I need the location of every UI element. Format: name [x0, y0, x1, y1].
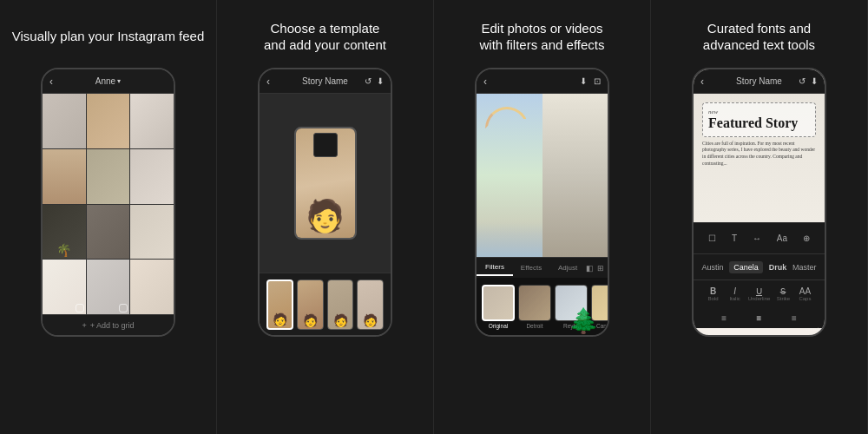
back-arrow-icon: ‹	[483, 76, 487, 88]
panel1-title-line2: Instagram feed	[117, 28, 204, 45]
thumb-face: 🧑	[273, 312, 287, 328]
grid-cell	[43, 149, 86, 204]
photo-right: 🌲	[542, 94, 608, 257]
thumbnail[interactable]: 🧑	[297, 279, 324, 330]
tree-silhouette: 🌲	[569, 306, 599, 335]
phone-mockup-3: ‹ ⬇ ⊡ 🌲 Filters Effects Adjust ◧ ⊞	[475, 68, 609, 337]
color-icon[interactable]: ⊕	[803, 233, 810, 243]
grid-cell	[130, 205, 174, 260]
panel-editor: Edit photos or videos with filters and e…	[434, 0, 651, 434]
filter-detroit[interactable]: Detroit	[518, 285, 551, 329]
caps-label: Caps	[799, 296, 811, 301]
thumbnail[interactable]: 🧑	[357, 279, 384, 330]
italic-group: I Italic	[727, 286, 744, 301]
phone1-header: ‹ Anne ▾	[43, 69, 174, 94]
phone2-story-name: Story Name	[302, 76, 348, 86]
thumb-face: 🧑	[303, 313, 318, 329]
thumbnail[interactable]: 🧑	[327, 279, 354, 330]
caps-group: AA Caps	[796, 286, 813, 301]
font-size-icon[interactable]: Aa	[777, 233, 787, 243]
text-story-name: Story Name	[736, 76, 782, 86]
panel2-title: Choose a template and add your content	[264, 16, 386, 57]
panel4-title-line1: Curated fonts and	[707, 21, 811, 36]
text-toolbar: ☐ T ↔ Aa ⊕	[694, 222, 825, 253]
strike-group: S̶ Strike	[774, 286, 792, 301]
underline-label: Underline	[748, 296, 771, 301]
underline-button[interactable]: U̲	[751, 286, 768, 296]
strike-button[interactable]: S̶	[774, 286, 792, 296]
thumbnail[interactable]: 🧑	[266, 279, 293, 330]
download-icon: ⬇	[811, 76, 818, 86]
layout-icon[interactable]: ☐	[708, 233, 716, 243]
person-emoji: 🧑	[306, 198, 345, 238]
grid-cell	[87, 205, 130, 260]
featured-box: new Featured Story	[702, 102, 816, 137]
story-canvas: 🧑	[260, 94, 391, 273]
download-icon: ⬇	[377, 76, 384, 86]
split-photo: 🌲	[477, 94, 608, 257]
instagram-grid: 🌴	[43, 94, 174, 314]
align-center-button[interactable]: ≡	[757, 313, 762, 323]
font-austin[interactable]: Austin	[701, 263, 723, 272]
align-right-button[interactable]: ≡	[792, 313, 797, 323]
panel2-title-line2: and add your content	[264, 37, 386, 52]
panel3-title: Edit photos or videos with filters and e…	[480, 16, 605, 57]
grid-cell: 🌴	[43, 205, 86, 260]
italic-button[interactable]: I	[727, 286, 744, 296]
grid-cell	[130, 149, 174, 204]
text-header-icons: ↺ ⬇	[799, 76, 818, 86]
filter-tabs: Filters Effects Adjust ◧ ⊞	[477, 257, 608, 278]
panel1-title-line1: Visually plan your	[12, 28, 114, 45]
tab-effects[interactable]: Effects	[513, 260, 549, 275]
align-left-button[interactable]: ≡	[721, 313, 727, 323]
phone-mockup-1: ‹ Anne ▾ 🌴 +	[41, 68, 175, 337]
font-master[interactable]: Master	[792, 263, 817, 272]
phone1-username: Anne	[95, 76, 115, 86]
panel3-title-line1: Edit photos or videos	[481, 21, 602, 36]
compare-icon: ◧	[586, 264, 594, 273]
phone-mockup-4: ‹ Story Name ↺ ⬇ new Featured Story Citi…	[692, 68, 826, 337]
caps-button[interactable]: AA	[796, 286, 813, 296]
filter-name: Original	[489, 323, 508, 329]
story-phone-mockup: 🧑	[294, 127, 357, 240]
share-icon: ⊡	[594, 76, 601, 86]
story-phone-wrapper: 🧑	[294, 127, 357, 240]
featured-body-text: Cities are full of inspiration. For my m…	[702, 141, 816, 168]
plus-icon: +	[82, 321, 86, 330]
rotate-icon: ↺	[799, 76, 806, 86]
bold-group: B Bold	[705, 286, 722, 301]
back-arrow-icon: ‹	[49, 76, 53, 88]
italic-label: Italic	[729, 296, 740, 301]
back-arrow-icon: ‹	[266, 76, 270, 88]
add-to-grid-button[interactable]: + Add to grid	[90, 321, 135, 330]
photo-gradient	[477, 222, 542, 257]
phone1-footer[interactable]: + + Add to grid	[43, 314, 174, 335]
template-thumbnails: 🧑 🧑 🧑 🧑	[260, 273, 391, 335]
bold-label: Bold	[708, 296, 719, 301]
rotate-icon: ↺	[365, 76, 372, 86]
filter-preview	[518, 285, 551, 321]
font-canela[interactable]: Canela	[729, 261, 763, 273]
panel-template: Choose a template and add your content ‹…	[217, 0, 434, 434]
filter-original[interactable]: Original	[482, 285, 515, 329]
font-druk[interactable]: Druk	[769, 263, 787, 272]
text-icon[interactable]: T	[732, 233, 737, 243]
watermark: vsco.ly	[806, 326, 821, 332]
panel4-title: Curated fonts and advanced text tools	[703, 16, 815, 57]
thumb-face: 🧑	[363, 313, 378, 329]
instagram-icon	[119, 304, 128, 312]
bold-button[interactable]: B	[705, 286, 722, 296]
panel4-title-line2: advanced text tools	[703, 37, 815, 52]
grid-cell	[130, 94, 174, 148]
editor-header-icons: ⬇ ⊡	[580, 76, 601, 86]
editor-tools: ◧ ⊞	[586, 264, 608, 273]
strike-label: Strike	[777, 296, 790, 301]
filter-name: Detroit	[526, 323, 542, 329]
spacing-icon[interactable]: ↔	[753, 233, 761, 243]
format-toolbar: B Bold I Italic U̲ Underline S̶ Strike A…	[694, 279, 825, 307]
tab-adjust[interactable]: Adjust	[549, 260, 586, 275]
panel1-title: Visually plan your Instagram feed	[12, 16, 205, 57]
panel3-title-line2: with filters and effects	[480, 37, 605, 52]
tab-filters[interactable]: Filters	[477, 260, 513, 276]
camera-notch	[313, 133, 338, 157]
